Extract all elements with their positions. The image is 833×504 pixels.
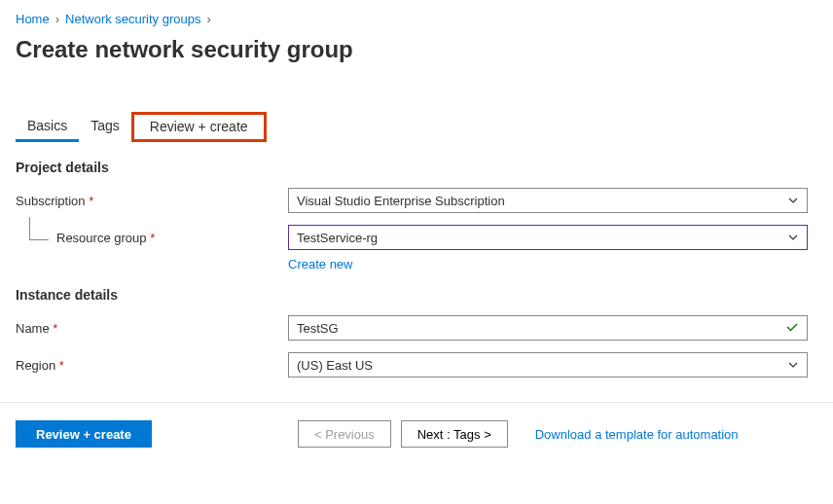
row-name: Name * TestSG xyxy=(16,314,817,342)
resource-group-label: Resource group * xyxy=(16,231,288,245)
resource-group-value: TestService-rg xyxy=(297,231,378,245)
page-title: Create network security group xyxy=(16,36,817,63)
section-instance-details: Instance details xyxy=(16,287,817,303)
region-label: Region * xyxy=(16,358,288,373)
name-label: Name * xyxy=(16,321,288,336)
subscription-value: Visual Studio Enterprise Subscription xyxy=(297,194,505,208)
chevron-down-icon xyxy=(787,195,799,206)
indent-line xyxy=(29,217,49,240)
required-marker: * xyxy=(53,321,57,336)
region-value: (US) East US xyxy=(297,358,373,373)
tab-tags[interactable]: Tags xyxy=(79,112,131,142)
previous-button[interactable]: < Previous xyxy=(298,420,391,448)
review-create-button[interactable]: Review + create xyxy=(16,420,152,448)
breadcrumb: Home › Network security groups › xyxy=(16,12,817,26)
breadcrumb-nsg[interactable]: Network security groups xyxy=(65,12,200,26)
download-template-link[interactable]: Download a template for automation xyxy=(535,427,739,442)
chevron-right-icon: › xyxy=(55,12,59,26)
breadcrumb-home[interactable]: Home xyxy=(16,12,50,26)
tab-review-create[interactable]: Review + create xyxy=(131,112,267,142)
tab-basics[interactable]: Basics xyxy=(16,112,79,142)
required-marker: * xyxy=(150,231,155,245)
resource-group-select[interactable]: TestService-rg xyxy=(288,225,808,250)
footer-actions: Review + create < Previous Next : Tags >… xyxy=(16,403,817,465)
row-create-new: Create new xyxy=(16,257,817,271)
row-resource-group: Resource group * TestService-rg xyxy=(16,224,817,251)
tabs: Basics Tags Review + create xyxy=(16,112,817,142)
chevron-right-icon: › xyxy=(206,12,210,26)
row-region: Region * (US) East US xyxy=(16,351,817,378)
row-subscription: Subscription * Visual Studio Enterprise … xyxy=(16,187,817,214)
subscription-label: Subscription * xyxy=(16,194,288,208)
chevron-down-icon xyxy=(787,232,799,243)
name-value: TestSG xyxy=(297,321,339,336)
required-marker: * xyxy=(59,358,64,373)
check-icon xyxy=(785,320,799,337)
next-button[interactable]: Next : Tags > xyxy=(401,420,508,448)
section-project-details: Project details xyxy=(16,160,817,175)
required-marker: * xyxy=(89,194,93,208)
region-select[interactable]: (US) East US xyxy=(288,352,808,378)
create-new-link[interactable]: Create new xyxy=(288,257,352,271)
subscription-select[interactable]: Visual Studio Enterprise Subscription xyxy=(288,188,808,213)
name-input[interactable]: TestSG xyxy=(288,315,808,341)
chevron-down-icon xyxy=(787,359,799,371)
